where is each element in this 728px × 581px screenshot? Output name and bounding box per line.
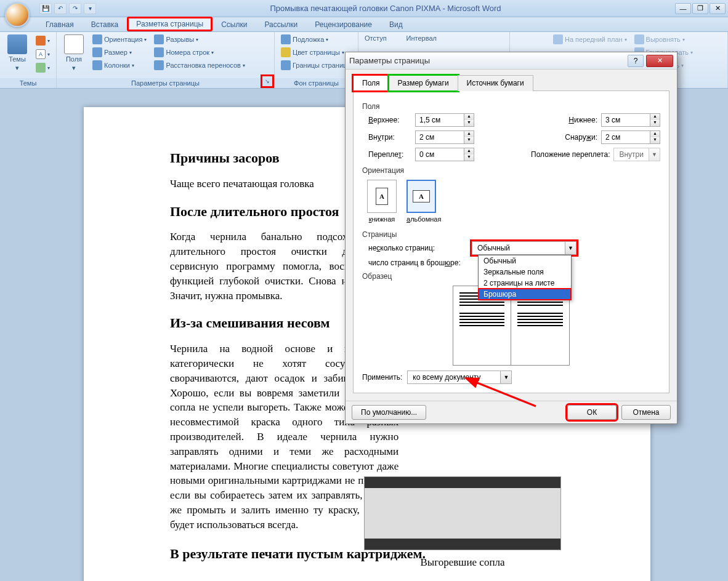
multi-pages-label: несколько страниц:	[368, 244, 467, 252]
gutter-input[interactable]: ▲▼	[415, 148, 474, 161]
theme-colors-icon[interactable]: ▾	[33, 34, 52, 47]
columns-button[interactable]: Колонки▾	[90, 59, 149, 71]
tab-mailings[interactable]: Рассылки	[256, 18, 306, 31]
close-window-button[interactable]: ✕	[710, 3, 726, 14]
pages-section-label: Страницы	[362, 230, 660, 239]
multi-pages-dropdown: Обычный Зеркальные поля 2 страницы на ли…	[478, 255, 572, 300]
group-themes-label: Темы	[0, 78, 56, 88]
title-bar: 💾 ↶ ↷ ▾ Промывка печатающей головки Cano…	[0, 0, 728, 17]
inside-margin-label: Внутри:	[368, 133, 411, 142]
dialog-titlebar[interactable]: Параметры страницы ? ✕	[346, 52, 677, 70]
quick-access-toolbar: 💾 ↶ ↷ ▾	[39, 3, 96, 14]
apply-to-combo[interactable]: ко всему документу▼	[407, 371, 512, 384]
landscape-label: альбомная	[406, 215, 441, 223]
interval-label: Интервал	[404, 33, 439, 43]
orientation-section-label: Ориентация	[362, 166, 660, 175]
dropdown-item-booklet[interactable]: Брошюра	[479, 289, 571, 300]
gutter-label: Переплет:	[368, 150, 411, 159]
size-button[interactable]: Размер▾	[90, 46, 149, 58]
hyphenation-button[interactable]: Расстановка переносов▾	[152, 59, 247, 71]
bottom-margin-label: Нижнее:	[554, 116, 597, 124]
align-button[interactable]: Выровнять▾	[632, 33, 696, 46]
inside-margin-input[interactable]: ▲▼	[415, 130, 474, 144]
dropdown-item-mirror[interactable]: Зеркальные поля	[479, 266, 571, 278]
minimize-button[interactable]: —	[675, 3, 691, 14]
tab-review[interactable]: Рецензирование	[306, 18, 381, 31]
bottom-margin-input[interactable]: ▲▼	[601, 113, 660, 127]
maximize-button[interactable]: ❐	[692, 3, 708, 14]
dropdown-item-normal[interactable]: Обычный	[479, 255, 571, 266]
tab-references[interactable]: Ссылки	[212, 18, 256, 31]
dialog-tab-paper[interactable]: Размер бумаги	[389, 75, 458, 91]
theme-effects-icon[interactable]: ▾	[33, 62, 52, 74]
dialog-tab-margins[interactable]: Поля	[353, 75, 389, 91]
redo-icon[interactable]: ↷	[69, 3, 81, 14]
dialog-close-button[interactable]: ✕	[646, 55, 673, 67]
page-setup-dialog-launcher[interactable]: ↘	[261, 74, 274, 88]
landscape-option[interactable]: A альбомная	[406, 180, 441, 223]
group-page-setup-label: Параметры страницы	[57, 78, 274, 88]
multi-pages-combo[interactable]: Обычный▼	[472, 241, 576, 255]
undo-icon[interactable]: ↶	[54, 3, 67, 14]
theme-fonts-icon[interactable]: A▾	[33, 48, 52, 60]
breaks-button[interactable]: Разрывы▾	[152, 33, 247, 46]
outside-margin-label: Снаружи:	[554, 133, 597, 142]
line-numbers-button[interactable]: Номера строк▾	[152, 46, 247, 58]
image-caption: Выгоревшие сопла	[361, 555, 564, 570]
page-borders-button[interactable]: Границы страниц	[278, 59, 349, 71]
cancel-button[interactable]: Отмена	[621, 405, 671, 420]
tab-page-layout[interactable]: Разметка страницы	[127, 17, 212, 31]
save-icon[interactable]: 💾	[39, 3, 52, 14]
default-button[interactable]: По умолчанию...	[352, 405, 426, 420]
outside-margin-input[interactable]: ▲▼	[601, 130, 660, 144]
top-margin-input[interactable]: ▲▼	[415, 113, 474, 127]
qat-more-icon[interactable]: ▾	[84, 3, 96, 14]
margins-section-label: Поля	[362, 102, 660, 111]
top-margin-label: Верхнее:	[368, 116, 411, 124]
bring-front-button[interactable]: На передний план▾	[551, 33, 629, 46]
ribbon-tabs: Главная Вставка Разметка страницы Ссылки…	[0, 17, 728, 32]
image-placeholder	[364, 476, 561, 550]
office-button[interactable]	[5, 2, 30, 27]
gutter-pos-label: Положение переплета:	[524, 150, 610, 159]
booklet-sheets-label: число страниц в брошюре:	[368, 258, 467, 267]
dropdown-item-2pages[interactable]: 2 страницы на листе	[479, 278, 571, 289]
portrait-option[interactable]: A книжная	[367, 180, 397, 223]
apply-to-label: Применить:	[362, 373, 402, 382]
dialog-title: Параметры страницы	[349, 56, 628, 65]
indent-label: Отступ	[362, 33, 389, 43]
page-color-button[interactable]: Цвет страницы▾	[278, 46, 349, 58]
ok-button[interactable]: ОК	[567, 405, 617, 420]
tab-view[interactable]: Вид	[381, 18, 411, 31]
margins-label: Поля	[66, 55, 82, 63]
page-setup-dialog: Параметры страницы ? ✕ Поля Размер бумаг…	[345, 52, 677, 424]
tab-insert[interactable]: Вставка	[83, 18, 127, 31]
themes-label: Темы	[9, 55, 26, 63]
orientation-button[interactable]: Ориентация▾	[90, 33, 149, 46]
dialog-tabs: Поля Размер бумаги Источник бумаги	[353, 74, 669, 91]
window-title: Промывка печатающей головки Canon PIXMA …	[96, 4, 675, 13]
portrait-label: книжная	[369, 215, 395, 223]
tab-home[interactable]: Главная	[37, 18, 83, 31]
gutter-pos-combo[interactable]: Внутри▼	[613, 148, 660, 161]
watermark-button[interactable]: Подложка▾	[278, 33, 349, 46]
chevron-down-icon[interactable]: ▼	[565, 242, 576, 254]
dialog-tab-source[interactable]: Источник бумаги	[458, 75, 533, 91]
dialog-help-button[interactable]: ?	[628, 55, 644, 67]
